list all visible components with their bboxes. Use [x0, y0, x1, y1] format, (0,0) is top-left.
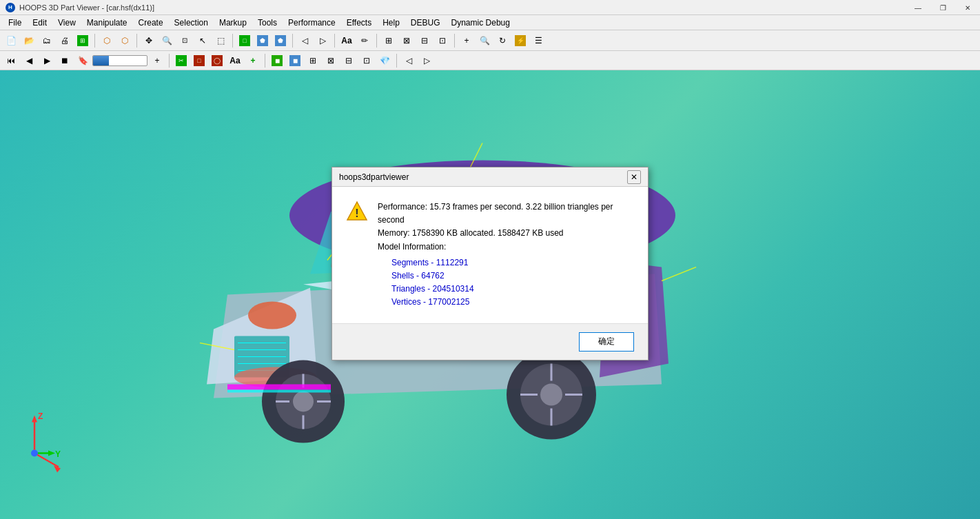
toolbar1: 📄 📂 🗂 🖨 ⊞ ⬡ ⬡ ✥ 🔍 ⊡ ↖ ⬚ □ ⬟ ⬟ ◁ ▷ Aa ✏ ⊞…	[0, 30, 980, 51]
tb2-play[interactable]: ▶	[39, 52, 55, 69]
warning-icon: !	[346, 201, 368, 223]
dialog-title: hoops3dpartviewer	[339, 172, 409, 182]
tb2-text2[interactable]: Aa	[227, 52, 243, 69]
tb2-plus[interactable]: +	[149, 52, 165, 69]
search-btn[interactable]: 🔍	[476, 32, 493, 49]
grid-button[interactable]: ⊞	[74, 32, 91, 49]
menu-help[interactable]: Help	[377, 15, 405, 30]
dialog-titlebar: hoops3dpartviewer ✕	[332, 167, 648, 187]
triangles-text: Triangles - 204510314	[391, 283, 634, 296]
fwd-nav[interactable]: ▷	[314, 32, 331, 49]
separator1	[94, 34, 95, 48]
tb2-add[interactable]: +	[245, 52, 261, 69]
rect-select[interactable]: ⬚	[212, 32, 229, 49]
tb2-grid6[interactable]: ⊞	[305, 52, 321, 69]
dialog-body: ! Performance: 15.73 frames per second. …	[332, 187, 648, 323]
toolbar2: ⏮ ◀ ▶ ⏹ 🔖 + ✂ □ ◯ Aa + ◼ ◼ ⊞ ⊠ ⊟ ⊡ 💎 ◁ ▷	[0, 51, 980, 70]
tb2-gem[interactable]: 💎	[376, 52, 393, 69]
menu-performance[interactable]: Performance	[283, 15, 341, 30]
zoom-area[interactable]: 🔍	[159, 32, 175, 49]
performance-dialog: hoops3dpartviewer ✕ ! Performance: 15.73…	[331, 167, 649, 360]
tb2-fwd2[interactable]: ▷	[418, 52, 435, 69]
ok-button[interactable]: 确定	[579, 332, 634, 352]
menu-dynamicdebug[interactable]: Dynamic Debug	[446, 15, 515, 30]
separator7	[454, 34, 455, 48]
grid5-btn[interactable]: ⊡	[434, 32, 451, 49]
render-mode1[interactable]: ⬡	[99, 32, 115, 49]
memory-text: Memory: 1758390 KB allocated. 1588427 KB…	[378, 227, 634, 240]
grid3-btn[interactable]: ⊠	[398, 32, 415, 49]
model-info-lines: Segments - 1112291 Shells - 64762 Triang…	[391, 256, 634, 309]
refresh-btn[interactable]: ↻	[494, 32, 511, 49]
tb2-plane[interactable]: □	[191, 52, 207, 69]
separator5	[334, 34, 335, 48]
dialog-overlay: hoops3dpartviewer ✕ ! Performance: 15.73…	[0, 70, 980, 519]
new-button[interactable]: 📄	[3, 32, 19, 49]
menubar: File Edit View Manipulate Create Selecti…	[0, 15, 980, 30]
tb2-cut[interactable]: ✂	[173, 52, 190, 69]
separator8	[169, 54, 170, 68]
tb2-obj[interactable]: ◯	[209, 52, 225, 69]
connect-btn[interactable]: ⚡	[512, 32, 529, 49]
box-select[interactable]: □	[236, 32, 253, 49]
tb2-show[interactable]: ◼	[269, 52, 285, 69]
close-button[interactable]: ✕	[955, 0, 980, 15]
separator9	[265, 54, 265, 68]
app-logo: H	[6, 3, 15, 12]
tb2-start[interactable]: ⏮	[3, 52, 19, 69]
render-mode2[interactable]: ⬡	[116, 32, 133, 49]
segments-text: Segments - 1112291	[391, 256, 634, 269]
minimize-button[interactable]: —	[906, 0, 930, 15]
tb2-hide[interactable]: ◼	[287, 52, 303, 69]
separator10	[396, 54, 397, 68]
separator2	[136, 34, 137, 48]
menu-manipulate[interactable]: Manipulate	[81, 15, 133, 30]
model-info-label: Model Information:	[378, 241, 634, 254]
grid4-btn[interactable]: ⊟	[416, 32, 433, 49]
plus-btn[interactable]: +	[458, 32, 475, 49]
title-left: H HOOPS 3D Part Viewer - [car.hsf(dx11)]	[6, 3, 154, 12]
measure-btn[interactable]: ⬟	[272, 32, 289, 49]
zoom-fit[interactable]: ⊡	[176, 32, 193, 49]
dialog-close-button[interactable]: ✕	[627, 170, 641, 184]
performance-text: Performance: 15.73 frames per second. 3.…	[378, 201, 634, 227]
progress-bar	[92, 55, 147, 66]
shells-text: Shells - 64762	[391, 269, 634, 283]
dialog-footer: 确定	[332, 323, 648, 360]
tb2-prev[interactable]: ◀	[21, 52, 37, 69]
tb2-stop[interactable]: ⏹	[57, 52, 73, 69]
svg-text:!: !	[355, 207, 358, 219]
menu-tools[interactable]: Tools	[252, 15, 283, 30]
separator3	[232, 34, 233, 48]
markup-btn[interactable]: ✏	[356, 32, 373, 49]
open-button[interactable]: 📂	[21, 32, 37, 49]
viewport[interactable]: Z Y hoops3dpartviewer ✕ !	[0, 70, 980, 519]
window-controls: — ❐ ✕	[906, 0, 980, 15]
tb2-bookmark[interactable]: 🔖	[74, 52, 91, 69]
select-btn[interactable]: ↖	[194, 32, 211, 49]
menu-effects[interactable]: Effects	[341, 15, 377, 30]
menu-create[interactable]: Create	[133, 15, 169, 30]
titlebar: H HOOPS 3D Part Viewer - [car.hsf(dx11)]…	[0, 0, 980, 15]
vertices-text: Vertices - 177002125	[391, 296, 634, 309]
menu-debug[interactable]: DEBUG	[405, 15, 446, 30]
menu-edit[interactable]: Edit	[27, 15, 52, 30]
pan-button[interactable]: ✥	[141, 32, 157, 49]
grid2-btn[interactable]: ⊞	[380, 32, 397, 49]
tb2-grid8[interactable]: ⊟	[340, 52, 357, 69]
separator6	[376, 34, 377, 48]
back-nav[interactable]: ◁	[296, 32, 313, 49]
tb2-back2[interactable]: ◁	[400, 52, 417, 69]
menu-selection[interactable]: Selection	[169, 15, 214, 30]
restore-button[interactable]: ❐	[930, 0, 955, 15]
poly-select[interactable]: ⬟	[254, 32, 271, 49]
list-btn[interactable]: ☰	[530, 32, 547, 49]
browse-button[interactable]: 🗂	[39, 32, 55, 49]
tb2-grid7[interactable]: ⊠	[323, 52, 339, 69]
menu-file[interactable]: File	[3, 15, 27, 30]
menu-view[interactable]: View	[52, 15, 81, 30]
text-btn[interactable]: Aa	[338, 32, 355, 49]
menu-markup[interactable]: Markup	[214, 15, 252, 30]
tb2-grid9[interactable]: ⊡	[358, 52, 375, 69]
print-button[interactable]: 🖨	[57, 32, 73, 49]
